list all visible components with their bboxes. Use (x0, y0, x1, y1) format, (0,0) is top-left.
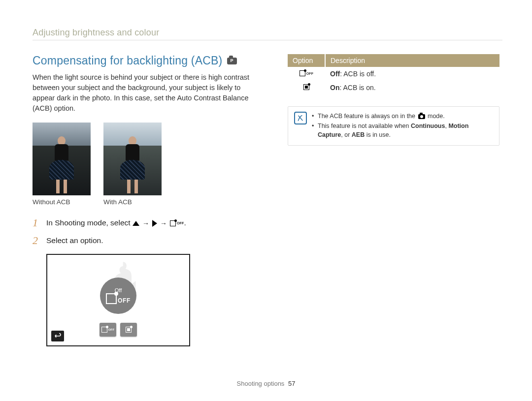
step-number: 2 (33, 234, 41, 247)
options-table: Option Description OFF Off: ACB is off. … (288, 54, 499, 94)
back-button[interactable] (51, 331, 64, 341)
table-row: On: ACB is on. (288, 81, 499, 94)
right-icon (152, 220, 157, 227)
arrow-icon: → (160, 219, 167, 227)
note-box: The ACB feature is always on in the mode… (288, 106, 499, 146)
photo-with-acb (103, 123, 162, 195)
step-1-suffix: . (184, 218, 186, 227)
selected-option-badge: Off OFF (100, 278, 136, 314)
program-mode-icon (227, 58, 237, 64)
section-title: Adjusting brightness and colour (33, 28, 502, 38)
table-head-option: Option (288, 54, 325, 67)
comparison-photos: Without ACB With ACB (33, 123, 263, 206)
acb-off-large-icon: OFF (106, 293, 131, 304)
note-line: This feature is not available when Conti… (312, 122, 493, 139)
intro-paragraph: When the light source is behind your sub… (33, 72, 263, 114)
photo-without-acb (33, 123, 91, 195)
option-desc: : ACB is off. (340, 70, 376, 78)
table-head-description: Description (325, 54, 499, 67)
note-icon (294, 112, 307, 124)
acb-off-icon: OFF (101, 326, 115, 333)
option-desc: : ACB is on. (339, 84, 375, 92)
page-footer: Shooting options 57 (0, 380, 532, 387)
back-arrow-icon (54, 333, 62, 339)
note-line: The ACB feature is always on in the mode… (312, 112, 493, 121)
step-1: 1 In Shooting mode, select → → OFF . (33, 216, 263, 229)
divider (33, 40, 502, 40)
option-thumb-on[interactable] (120, 323, 137, 337)
footer-label: Shooting options (237, 380, 285, 387)
option-name: Off (330, 70, 340, 78)
option-name: On (330, 84, 339, 92)
arrow-icon: → (142, 219, 149, 227)
camera-screen-illustration: Off OFF OFF (46, 254, 190, 346)
step-1-text: In Shooting mode, select (46, 218, 131, 227)
auto-mode-icon (418, 114, 425, 119)
table-row: OFF Off: ACB is off. (288, 67, 499, 81)
acb-on-icon (303, 84, 309, 91)
acb-off-icon: OFF (299, 70, 314, 77)
step-2-text: Select an option. (46, 236, 103, 245)
step-number: 1 (33, 216, 41, 229)
page-heading: Compensating for backlighting (ACB) (33, 54, 222, 67)
acb-on-icon (126, 326, 132, 333)
acb-off-icon: OFF (170, 220, 184, 227)
up-icon (133, 221, 139, 226)
page-number: 57 (288, 380, 295, 387)
option-thumb-off[interactable]: OFF (100, 323, 116, 337)
caption-with-acb: With ACB (103, 198, 162, 206)
step-2: 2 Select an option. (33, 234, 263, 247)
caption-without-acb: Without ACB (33, 198, 91, 206)
